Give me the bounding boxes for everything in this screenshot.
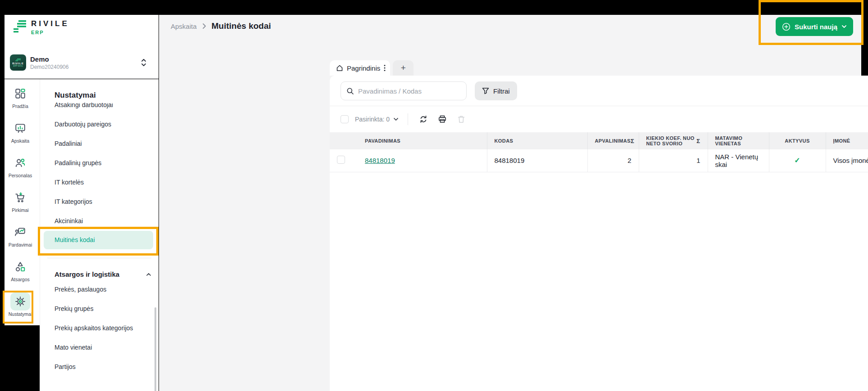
account-id: Demo20240906 bbox=[30, 64, 68, 70]
left-panel: RIVILE ERP RIVILE ERP demo Demo Demo202 bbox=[5, 15, 159, 391]
tab-label: Pagrindinis bbox=[347, 64, 380, 72]
gear-icon bbox=[14, 296, 26, 307]
sum-icon[interactable]: Σ bbox=[696, 138, 700, 144]
rail-item-pardavimai[interactable]: Pardavimai bbox=[5, 223, 40, 258]
active-check-icon: ✓ bbox=[794, 157, 800, 164]
menu-item-muitines-kodai[interactable]: Muitinės kodai bbox=[44, 231, 153, 249]
content-card: Filtrai Tik aktyvūs Pasirinkta: 0 bbox=[330, 76, 868, 391]
rail-label: Personalas bbox=[9, 173, 32, 178]
header-checkbox-cell bbox=[330, 132, 358, 149]
search-icon bbox=[346, 87, 354, 95]
rail-item-pradzia[interactable]: Pradžia bbox=[5, 85, 40, 119]
funnel-icon bbox=[482, 87, 489, 94]
column-header-pavadinimas[interactable]: PAVADINIMAS bbox=[358, 132, 487, 149]
rail-item-personalas[interactable]: Personalas bbox=[5, 154, 40, 189]
rivile-logo-icon bbox=[14, 19, 27, 34]
brand-sub: ERP bbox=[31, 30, 69, 35]
settings-menu: Nustatymai Atsakingi darbuotojai Darbuot… bbox=[40, 79, 159, 391]
rail-label: Atsargos bbox=[11, 277, 29, 282]
menu-section-atsargos-ir-logistika[interactable]: Atsargos ir logistika bbox=[55, 270, 151, 278]
menu-item-mato-vienetai[interactable]: Mato vienetai bbox=[40, 338, 159, 357]
menu-scrollbar[interactable] bbox=[155, 307, 156, 391]
column-header-aktyvus[interactable]: AKTYVUS bbox=[769, 132, 826, 149]
app-logo: RIVILE ERP bbox=[14, 19, 69, 35]
select-all-checkbox[interactable] bbox=[341, 115, 349, 123]
search-input[interactable] bbox=[358, 87, 457, 95]
column-header-kodas[interactable]: KODAS bbox=[487, 132, 587, 149]
account-switcher[interactable]: RIVILE ERP demo Demo Demo20240906 bbox=[10, 53, 153, 72]
tab-bar: Pagrindinis + bbox=[330, 60, 414, 76]
menu-item-padaliniu-grupes[interactable]: Padalinių grupės bbox=[40, 153, 159, 173]
chevron-right-icon bbox=[202, 23, 206, 29]
column-label: APVALINIMAS bbox=[595, 138, 631, 144]
row-link-pavadinimas[interactable]: 84818019 bbox=[365, 157, 395, 164]
rail-item-atsargos[interactable]: Atsargos bbox=[5, 258, 40, 292]
column-header-imone[interactable]: ĮMONĖ bbox=[826, 132, 868, 149]
account-avatar: RIVILE ERP demo bbox=[10, 54, 26, 71]
sales-chart-icon bbox=[14, 226, 26, 238]
panel-header: RIVILE ERP RIVILE ERP demo Demo Demo202 bbox=[5, 15, 159, 79]
create-new-label: Sukurti naują bbox=[795, 23, 837, 31]
create-new-button[interactable]: Sukurti naują bbox=[776, 17, 853, 36]
add-tab-button[interactable]: + bbox=[393, 60, 414, 76]
cell-apvalinimas: 2 bbox=[587, 149, 639, 172]
row-checkbox-cell bbox=[330, 149, 358, 172]
cell-kodas: 84818019 bbox=[487, 149, 587, 172]
trash-icon bbox=[457, 115, 466, 124]
column-header-apvalinimas[interactable]: APVALINIMASΣ bbox=[587, 132, 639, 149]
rail-label: Apskaita bbox=[11, 138, 29, 144]
kebab-menu-icon[interactable] bbox=[384, 64, 386, 72]
filters-button[interactable]: Filtrai bbox=[475, 81, 517, 100]
printer-icon bbox=[438, 115, 447, 124]
table-row: 84818019 84818019 2 1 NAR - Vienetų skai… bbox=[330, 149, 868, 172]
cart-icon bbox=[14, 192, 26, 203]
chevron-up-icon bbox=[146, 273, 151, 276]
column-label: KIEKIO KOEF. NUO NETO SVORIO bbox=[646, 135, 697, 146]
table-header-row: PAVADINIMAS KODAS APVALINIMASΣ KIEKIO KO… bbox=[330, 132, 868, 149]
menu-item-padaliniai[interactable]: Padaliniai bbox=[40, 134, 159, 153]
menu-item-prekiu-grupes[interactable]: Prekių grupės bbox=[40, 299, 159, 319]
cell-matavimo-vienetas: NAR - Vienetų skai bbox=[708, 149, 769, 172]
tab-pagrindinis[interactable]: Pagrindinis bbox=[330, 60, 390, 76]
breadcrumb: Apskaita Muitinės kodai bbox=[171, 21, 271, 31]
column-header-matavimo-vienetas[interactable]: MATAVIMO VIENETAS bbox=[708, 132, 769, 149]
cell-kiekio-koef: 1 bbox=[639, 149, 708, 172]
menu-item-akcininkai[interactable]: Akcininkai bbox=[40, 211, 159, 231]
rail-label: Pardavimai bbox=[9, 242, 32, 247]
account-name: Demo bbox=[30, 55, 68, 63]
sum-icon[interactable]: Σ bbox=[631, 138, 634, 144]
main-content: Apskaita Muitinės kodai Pagrindinis + Fi… bbox=[159, 15, 861, 391]
menu-item-darbuotoju-pareigos[interactable]: Darbuotojų pareigos bbox=[40, 115, 159, 134]
chevron-down-icon bbox=[841, 25, 847, 28]
refresh-button[interactable] bbox=[417, 113, 430, 126]
row-checkbox[interactable] bbox=[337, 156, 345, 164]
menu-item-prekiu-apskaitos-kategorijos[interactable]: Prekių apskaitos kategorijos bbox=[40, 319, 159, 338]
menu-item-it-korteles[interactable]: IT kortelės bbox=[40, 173, 159, 192]
rail-item-pirkimai[interactable]: Pirkimai bbox=[5, 189, 40, 223]
print-button[interactable] bbox=[436, 113, 449, 126]
refresh-icon bbox=[419, 115, 428, 124]
home-icon bbox=[336, 64, 343, 72]
selected-count-label: Pasirinkta: 0 bbox=[355, 116, 390, 123]
menu-list-logistics: Prekės, paslaugos Prekių grupės Prekių a… bbox=[40, 280, 159, 377]
icon-rail: Pradžia Apskaita Personalas bbox=[5, 79, 40, 325]
people-icon bbox=[14, 157, 26, 169]
cell-imone: Visos įmonės bbox=[826, 149, 868, 172]
delete-button[interactable] bbox=[455, 113, 468, 126]
selected-chevron-icon[interactable] bbox=[393, 117, 399, 121]
menu-item-it-kategorijos[interactable]: IT kategorijos bbox=[40, 192, 159, 211]
table-toolbar: Pasirinkta: 0 bbox=[330, 106, 868, 132]
cell-pavadinimas: 84818019 bbox=[358, 149, 487, 172]
account-updown-chevron-icon[interactable] bbox=[141, 58, 147, 67]
brand-name: RIVILE bbox=[31, 19, 69, 28]
rail-item-apskaita[interactable]: Apskaita bbox=[5, 119, 40, 154]
column-header-kiekio-koef[interactable]: KIEKIO KOEF. NUO NETO SVORIOΣ bbox=[639, 132, 708, 149]
breadcrumb-parent[interactable]: Apskaita bbox=[171, 22, 197, 30]
menu-title: Nustatymai bbox=[40, 79, 159, 103]
menu-divider bbox=[47, 258, 151, 258]
rail-item-nustatymai[interactable]: Nustatymai bbox=[5, 292, 40, 327]
menu-item-partijos[interactable]: Partijos bbox=[40, 357, 159, 377]
rail-label: Pradžia bbox=[12, 103, 28, 109]
toolbar-divider bbox=[408, 113, 408, 125]
menu-item-prekes-paslaugos[interactable]: Prekės, paslaugos bbox=[40, 280, 159, 299]
